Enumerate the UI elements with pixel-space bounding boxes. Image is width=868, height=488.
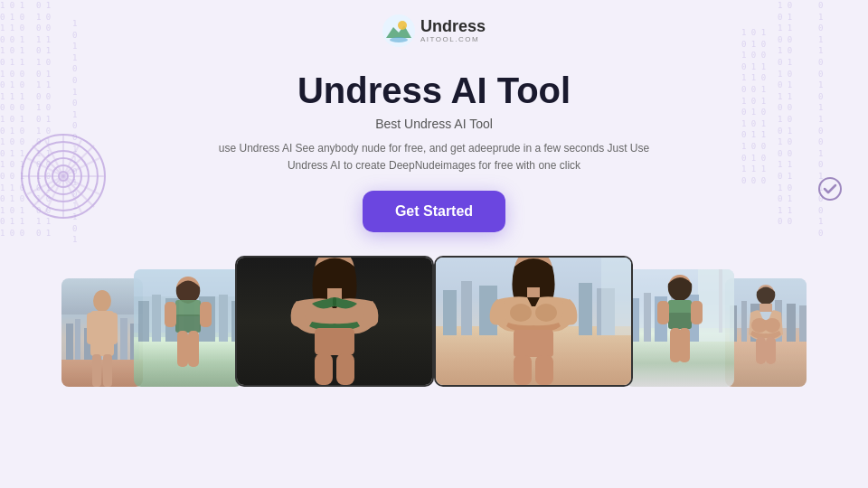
hero-section: Undress AI Tool Best Undress AI Tool use… bbox=[0, 54, 868, 252]
svg-rect-73 bbox=[657, 301, 669, 324]
svg-rect-39 bbox=[200, 302, 212, 327]
svg-point-58 bbox=[535, 304, 557, 322]
get-started-button[interactable]: Get Started bbox=[363, 191, 505, 232]
svg-rect-13 bbox=[66, 324, 73, 360]
svg-point-20 bbox=[93, 290, 111, 312]
svg-rect-37 bbox=[175, 314, 201, 333]
svg-rect-33 bbox=[219, 295, 228, 342]
logo[interactable]: Undress AITOOL.COM bbox=[382, 14, 486, 47]
svg-rect-83 bbox=[799, 305, 807, 342]
svg-rect-47 bbox=[336, 353, 354, 385]
gallery-item-center-right bbox=[434, 256, 633, 387]
svg-point-11 bbox=[390, 37, 408, 42]
svg-rect-79 bbox=[741, 301, 747, 342]
logo-sub-text: AITOOL.COM bbox=[420, 36, 486, 44]
svg-rect-22 bbox=[87, 313, 96, 344]
svg-rect-88 bbox=[756, 337, 766, 364]
hero-subtitle: Best Undress AI Tool bbox=[18, 117, 850, 131]
hero-title: Undress AI Tool bbox=[18, 70, 850, 111]
svg-rect-82 bbox=[787, 304, 796, 342]
svg-rect-76 bbox=[679, 328, 690, 362]
gallery-item-far-left bbox=[61, 278, 143, 387]
logo-icon bbox=[382, 14, 415, 47]
gallery-item-left bbox=[134, 269, 242, 387]
svg-rect-29 bbox=[152, 295, 161, 342]
svg-rect-54 bbox=[601, 258, 631, 335]
svg-point-87 bbox=[764, 318, 780, 333]
svg-rect-28 bbox=[138, 301, 149, 342]
svg-point-10 bbox=[398, 21, 407, 30]
svg-rect-25 bbox=[103, 354, 112, 387]
svg-rect-44 bbox=[333, 297, 336, 306]
svg-rect-36 bbox=[175, 300, 201, 316]
svg-rect-70 bbox=[719, 269, 722, 333]
svg-rect-40 bbox=[177, 331, 188, 367]
svg-point-57 bbox=[510, 304, 532, 322]
gallery-item-right bbox=[626, 269, 734, 387]
logo-text: Undress AITOOL.COM bbox=[420, 18, 486, 44]
svg-rect-23 bbox=[108, 313, 118, 344]
gallery-item-center-left bbox=[235, 256, 434, 387]
svg-rect-74 bbox=[691, 301, 703, 324]
svg-rect-24 bbox=[92, 354, 101, 387]
header: Undress AITOOL.COM bbox=[0, 0, 868, 54]
svg-rect-85 bbox=[760, 304, 772, 312]
svg-rect-89 bbox=[766, 337, 776, 364]
svg-rect-46 bbox=[315, 353, 333, 385]
svg-rect-63 bbox=[698, 269, 734, 342]
svg-rect-52 bbox=[579, 283, 592, 335]
svg-rect-65 bbox=[644, 293, 651, 342]
svg-rect-45 bbox=[315, 328, 354, 355]
hero-description: use Undress AI See anybody nude for free… bbox=[208, 140, 660, 174]
svg-rect-72 bbox=[668, 313, 692, 329]
svg-rect-60 bbox=[514, 355, 532, 385]
image-gallery bbox=[0, 256, 868, 387]
svg-rect-18 bbox=[120, 318, 127, 360]
logo-main-text: Undress bbox=[420, 18, 486, 36]
svg-rect-41 bbox=[188, 331, 199, 367]
gallery-item-far-right bbox=[725, 278, 807, 387]
svg-rect-50 bbox=[461, 281, 472, 335]
svg-rect-38 bbox=[165, 302, 176, 327]
svg-rect-56 bbox=[527, 287, 540, 297]
svg-rect-59 bbox=[514, 330, 553, 357]
svg-rect-49 bbox=[443, 290, 457, 335]
svg-rect-14 bbox=[75, 319, 80, 360]
svg-rect-71 bbox=[668, 300, 692, 314]
svg-rect-61 bbox=[535, 355, 553, 385]
